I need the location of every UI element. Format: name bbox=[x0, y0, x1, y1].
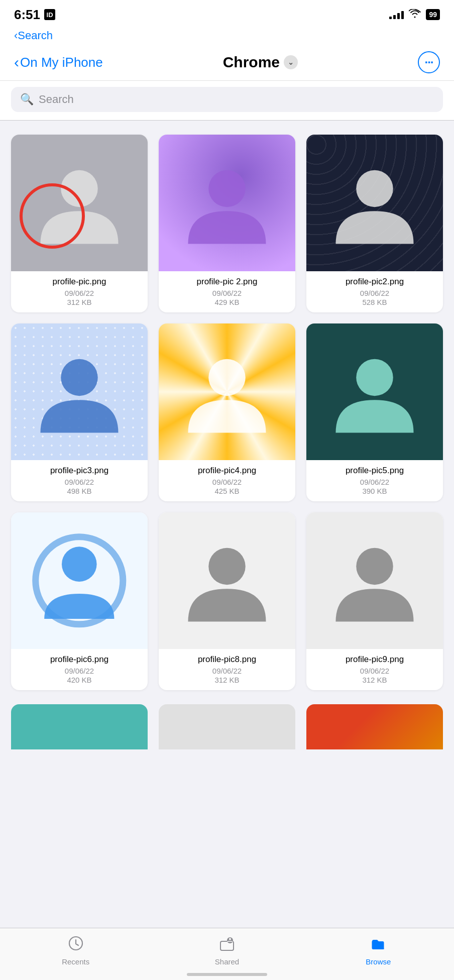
file-date: 09/06/22 bbox=[310, 667, 439, 675]
file-name: profile-pic8.png bbox=[163, 654, 291, 665]
file-size: 528 KB bbox=[310, 298, 439, 306]
file-thumbnail bbox=[11, 135, 148, 271]
nav-title: Chrome ⌄ bbox=[223, 54, 298, 71]
grid-container: profile-pic.png 09/06/22 312 KB profile-… bbox=[0, 121, 454, 704]
file-info: profile-pic4.png 09/06/22 425 KB bbox=[159, 460, 295, 501]
file-date: 09/06/22 bbox=[15, 289, 144, 297]
id-icon: ID bbox=[44, 9, 55, 20]
title-chevron-icon[interactable]: ⌄ bbox=[284, 55, 298, 69]
file-size: 312 KB bbox=[163, 676, 291, 684]
file-name: profile-pic9.png bbox=[310, 654, 439, 665]
status-bar: 6:51 ID 99 bbox=[0, 0, 454, 27]
file-size: 425 KB bbox=[163, 487, 291, 495]
file-size: 312 KB bbox=[15, 298, 144, 306]
tab-shared[interactable]: Shared bbox=[207, 935, 247, 966]
svg-point-2 bbox=[356, 170, 393, 207]
shared-icon bbox=[219, 935, 235, 955]
file-name: profile-pic6.png bbox=[15, 654, 144, 665]
file-info: profile-pic.png 09/06/22 312 KB bbox=[11, 271, 148, 312]
back-nav-label[interactable]: Search bbox=[18, 29, 53, 42]
partial-grid-item[interactable] bbox=[159, 704, 295, 749]
file-info: profile-pic2.png 09/06/22 528 KB bbox=[306, 271, 443, 312]
battery-indicator: 99 bbox=[426, 9, 440, 20]
file-size: 498 KB bbox=[15, 487, 144, 495]
signal-icon bbox=[389, 10, 404, 19]
file-thumbnail bbox=[11, 323, 148, 460]
home-indicator bbox=[187, 973, 267, 976]
shared-label: Shared bbox=[215, 957, 239, 966]
file-date: 09/06/22 bbox=[15, 667, 144, 675]
svg-point-7 bbox=[62, 547, 97, 582]
svg-point-1 bbox=[208, 170, 245, 207]
browse-icon bbox=[370, 935, 386, 951]
file-name: profile-pic3.png bbox=[15, 465, 144, 476]
grid-item[interactable]: profile-pic4.png 09/06/22 425 KB bbox=[159, 323, 295, 501]
file-info: profile-pic9.png 09/06/22 312 KB bbox=[306, 649, 443, 690]
file-thumbnail bbox=[306, 323, 443, 460]
svg-point-13 bbox=[229, 938, 231, 940]
file-info: profile-pic5.png 09/06/22 390 KB bbox=[306, 460, 443, 501]
file-info: profile-pic8.png 09/06/22 312 KB bbox=[159, 649, 295, 690]
grid-item[interactable]: profile-pic8.png 09/06/22 312 KB bbox=[159, 512, 295, 690]
shared-icon bbox=[219, 935, 235, 951]
file-grid: profile-pic.png 09/06/22 312 KB profile-… bbox=[11, 135, 443, 690]
file-thumbnail bbox=[159, 512, 295, 649]
file-thumbnail bbox=[306, 512, 443, 649]
file-size: 312 KB bbox=[310, 676, 439, 684]
grid-item[interactable]: profile-pic9.png 09/06/22 312 KB bbox=[306, 512, 443, 690]
partial-grid-item[interactable] bbox=[306, 704, 443, 749]
browse-icon bbox=[370, 935, 386, 955]
file-name: profile-pic 2.png bbox=[163, 276, 291, 287]
back-arrow-icon: ‹ bbox=[14, 54, 19, 71]
file-name: profile-pic5.png bbox=[310, 465, 439, 476]
grid-item[interactable]: profile-pic6.png 09/06/22 420 KB bbox=[11, 512, 148, 690]
grid-item[interactable]: profile-pic5.png 09/06/22 390 KB bbox=[306, 323, 443, 501]
nav-header: ‹ On My iPhone Chrome ⌄ ··· bbox=[0, 46, 454, 81]
svg-point-0 bbox=[61, 170, 97, 207]
svg-point-5 bbox=[356, 359, 393, 396]
file-thumbnail bbox=[306, 135, 443, 271]
search-icon: 🔍 bbox=[20, 93, 34, 106]
back-button[interactable]: ‹ On My iPhone bbox=[14, 54, 103, 71]
tab-recents[interactable]: Recents bbox=[56, 935, 96, 966]
file-date: 09/06/22 bbox=[310, 289, 439, 297]
grid-item[interactable]: profile-pic.png 09/06/22 312 KB bbox=[11, 135, 148, 312]
file-date: 09/06/22 bbox=[163, 667, 291, 675]
partial-row bbox=[0, 704, 454, 749]
file-name: profile-pic4.png bbox=[163, 465, 291, 476]
svg-point-3 bbox=[61, 359, 97, 396]
grid-item[interactable]: profile-pic 2.png 09/06/22 429 KB bbox=[159, 135, 295, 312]
file-size: 390 KB bbox=[310, 487, 439, 495]
tab-browse[interactable]: Browse bbox=[358, 935, 398, 966]
tab-bar: Recents Shared Browse bbox=[0, 928, 454, 980]
search-input[interactable]: Search bbox=[39, 93, 74, 106]
file-thumbnail bbox=[159, 135, 295, 271]
time-display: 6:51 bbox=[14, 7, 40, 23]
file-date: 09/06/22 bbox=[310, 478, 439, 486]
grid-item[interactable]: profile-pic3.png 09/06/22 498 KB bbox=[11, 323, 148, 501]
file-info: profile-pic 2.png 09/06/22 429 KB bbox=[159, 271, 295, 312]
grid-item[interactable]: profile-pic2.png 09/06/22 528 KB bbox=[306, 135, 443, 312]
wifi-icon bbox=[409, 9, 421, 21]
back-chevron-icon: ‹ bbox=[14, 29, 18, 42]
file-thumbnail bbox=[159, 323, 295, 460]
svg-point-9 bbox=[356, 548, 393, 585]
file-size: 429 KB bbox=[163, 298, 291, 306]
recents-icon bbox=[68, 935, 84, 955]
search-bar[interactable]: 🔍 Search bbox=[11, 87, 443, 112]
back-nav[interactable]: ‹ Search bbox=[0, 27, 454, 46]
file-name: profile-pic2.png bbox=[310, 276, 439, 287]
file-date: 09/06/22 bbox=[163, 289, 291, 297]
file-info: profile-pic3.png 09/06/22 498 KB bbox=[11, 460, 148, 501]
more-button[interactable]: ··· bbox=[418, 51, 440, 73]
file-date: 09/06/22 bbox=[15, 478, 144, 486]
file-info: profile-pic6.png 09/06/22 420 KB bbox=[11, 649, 148, 690]
browse-label: Browse bbox=[366, 957, 391, 966]
nav-left: ‹ On My iPhone bbox=[14, 54, 103, 71]
file-date: 09/06/22 bbox=[163, 478, 291, 486]
back-label[interactable]: On My iPhone bbox=[20, 55, 103, 70]
recents-icon bbox=[68, 935, 84, 951]
file-name: profile-pic.png bbox=[15, 276, 144, 287]
partial-grid-item[interactable] bbox=[11, 704, 148, 749]
svg-point-4 bbox=[208, 359, 245, 396]
